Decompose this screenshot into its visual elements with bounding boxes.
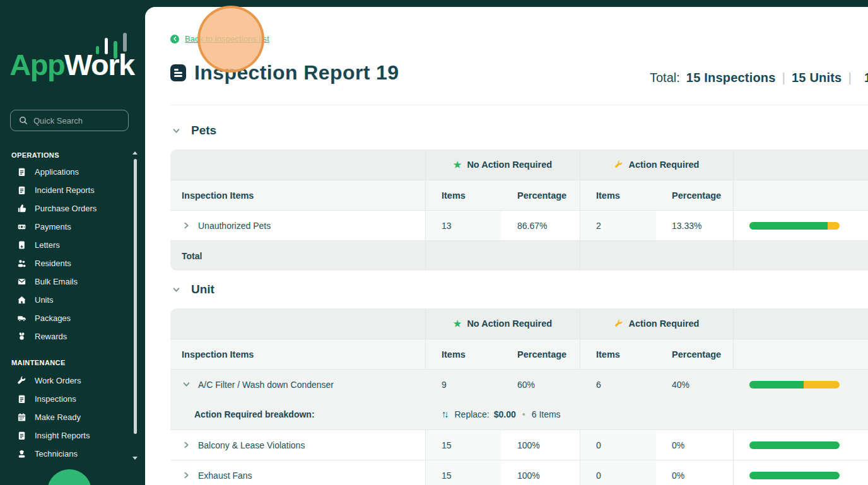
sidebar-item-insight-reports[interactable]: Insight Reports [0,426,131,445]
insight-reports-icon [17,431,26,440]
chat-bubble-button[interactable] [47,469,91,485]
totals-label: Total: [650,71,680,85]
col-percentage: Percentage [501,180,580,210]
sidebar-scroll-up-arrow[interactable] [132,151,138,155]
cell-action-items: 6 [580,370,656,399]
page-title-row: Inspection Report 19 [170,61,399,85]
section-unit-header[interactable]: Unit [172,283,214,296]
col-items: Items [580,339,656,369]
sidebar-item-incident-reports[interactable]: Incident Reports [0,181,131,199]
packages-icon [17,313,26,323]
chevron-down-icon [172,127,181,134]
star-icon: ★ [454,160,462,169]
breakdown-label: Action Required breakdown: [170,399,426,429]
col-items: Items [580,180,656,210]
expand-chevron-icon[interactable] [183,472,190,479]
progress-bar [749,441,840,449]
progress-bar [749,472,840,479]
swap-arrows-icon: ↑↓ [442,409,447,420]
section-unit-title: Unit [191,283,214,296]
unit-row-ac-filter-breakdown: Action Required breakdown: ↑↓ Replace: $… [170,399,868,429]
cell-no-action-items: 15 [426,430,501,460]
action-required-header: Action Required [580,149,734,180]
cell-no-action-pct: 100% [501,460,580,485]
col-percentage: Percentage [656,339,734,369]
letters-icon [17,240,26,250]
sidebar-item-rewards[interactable]: Rewards [0,327,131,346]
sidebar-item-residents[interactable]: Residents [0,254,131,272]
pets-row-unauthorized-pets[interactable]: Unauthorized Pets 13 86.67% 2 13.33% [170,210,868,240]
cell-action-pct: 0% [656,460,734,485]
cell-action-pct: 40% [656,370,734,399]
sidebar-item-applications[interactable]: Applications [0,163,131,181]
sidebar-scroll-down-arrow[interactable] [132,457,138,460]
units-icon [17,295,26,305]
report-icon [170,64,186,81]
expand-chevron-icon[interactable] [183,222,190,229]
expand-chevron-icon[interactable] [183,441,190,448]
collapse-chevron-icon[interactable] [183,381,190,388]
sidebar-item-technicians[interactable]: Technicians [0,445,131,463]
back-link-label[interactable]: Back to inspections list [185,34,269,44]
work-orders-icon [17,376,26,385]
sidebar-item-make-ready[interactable]: Make Ready [0,408,131,426]
breakdown-count: 6 Items [532,409,561,419]
cell-action-items: 0 [580,460,656,485]
total-third: 1 [864,71,868,85]
col-items: Items [426,180,501,210]
col-percentage: Percentage [656,180,734,210]
unit-row-ac-filter[interactable]: A/C Filter / Wash down Condenser 9 60% 6… [170,369,868,399]
col-items: Items [426,339,501,369]
breakdown-amount: $0.00 [494,409,516,419]
purchase-orders-icon [17,204,26,213]
sidebar-item-letters[interactable]: Letters [0,236,131,254]
cell-no-action-items: 13 [426,211,501,240]
operations-nav: Applications Incident Reports Purchase O… [0,163,131,346]
unit-subheader-row: Inspection Items Items Percentage Items … [170,339,868,369]
totals-summary: Total: 15 Inspections | 15 Units | 1 [650,70,868,85]
total-label: Total [170,241,426,271]
cell-no-action-items: 15 [426,460,501,485]
cell-no-action-items: 9 [426,370,501,399]
back-link[interactable]: Back to inspections list [170,34,269,44]
sidebar: AppWork Quick Search OPERATIONS Applicat… [0,0,145,485]
section-pets-title: Pets [191,124,216,137]
cell-action-items: 2 [580,211,656,240]
nav-group-maintenance: MAINTENANCE [11,359,66,366]
header-divider [170,105,868,105]
inspections-icon [17,394,26,404]
bullet-separator: • [522,409,525,419]
quick-search-input[interactable]: Quick Search [10,110,129,131]
cell-action-pct: 13.33% [656,211,734,240]
make-ready-icon [17,412,26,422]
total-inspections: 15 Inspections [686,71,776,85]
sidebar-item-purchase-orders[interactable]: Purchase Orders [0,199,131,218]
search-placeholder: Quick Search [33,116,83,126]
cell-action-items: 0 [580,430,656,460]
main-panel: Back to inspections list Inspection Repo… [145,7,868,485]
unit-group-header-row: ★No Action Required Action Required [170,308,868,339]
residents-icon [17,259,26,268]
sidebar-item-inspections[interactable]: Inspections [0,390,131,408]
pets-table: ★No Action Required Action Required Insp… [170,149,868,271]
no-action-required-header: ★No Action Required [426,149,580,180]
cell-no-action-pct: 60% [501,370,580,399]
sidebar-item-packages[interactable]: Packages [0,309,131,327]
sidebar-item-units[interactable]: Units [0,291,131,309]
sidebar-item-payments[interactable]: Payments [0,218,131,236]
applications-icon [17,167,26,177]
section-pets-header[interactable]: Pets [172,124,216,137]
col-inspection-items: Inspection Items [170,339,426,369]
technicians-icon [17,449,26,459]
col-percentage: Percentage [501,339,580,369]
sidebar-item-work-orders[interactable]: Work Orders [0,371,131,390]
sidebar-scrollbar[interactable] [134,159,137,434]
unit-row-balcony[interactable]: Balcony & Lease Violations 15 100% 0 0% [170,429,868,460]
pets-group-header-row: ★No Action Required Action Required [170,149,868,180]
wrench-icon [614,160,623,169]
unit-row-exhaust-fans[interactable]: Exhaust Fans 15 100% 0 0% [170,460,868,485]
unit-table: ★No Action Required Action Required Insp… [170,308,868,485]
pets-subheader-row: Inspection Items Items Percentage Items … [170,180,868,210]
sidebar-item-bulk-emails[interactable]: Bulk Emails [0,272,131,291]
pets-total-row: Total [170,240,868,271]
